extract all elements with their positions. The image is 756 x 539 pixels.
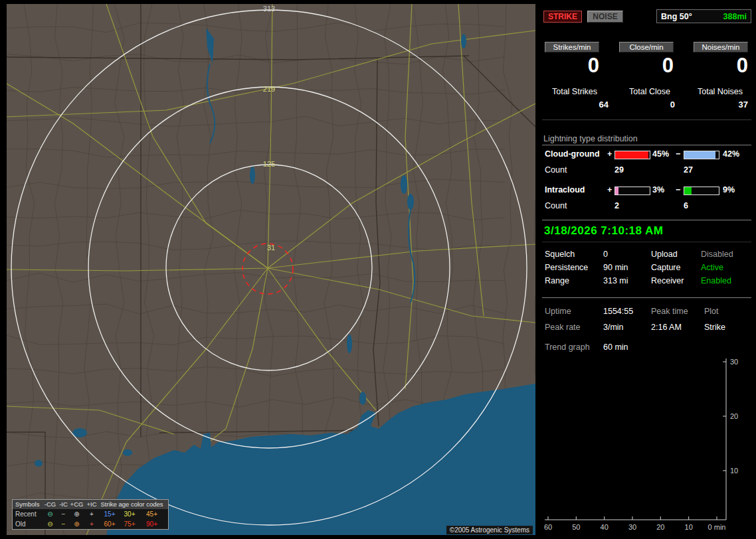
legend-age-header: Strike age color codes — [100, 500, 164, 509]
peak-rate-value: 3/min — [603, 323, 624, 333]
cg-minus-bar — [684, 151, 719, 159]
plot-value: Strike — [704, 323, 725, 333]
legend-symbols-header: Symbols — [13, 500, 43, 509]
range-value: 388mi — [723, 12, 747, 21]
copyright-label: ©2005 Astrogenic Systems — [446, 526, 533, 534]
plus-sign: + — [607, 185, 612, 195]
pos-cg-old-icon: ⊕ — [70, 519, 84, 529]
bearing-value: Bng 50° — [661, 12, 692, 21]
x-label-10: 10 — [685, 523, 693, 531]
capture-label: Capture — [651, 263, 680, 273]
y-label-30: 30 — [730, 358, 738, 366]
upload-label: Upload — [651, 250, 678, 260]
cg-count-label: Count — [545, 165, 567, 175]
total-strikes-value: 64 — [545, 100, 609, 110]
minus-sign: − — [676, 149, 680, 159]
x-label-30: 30 — [628, 523, 636, 531]
cg-minus-pct: 42% — [723, 149, 739, 159]
legend-recent-label: Recent — [13, 509, 43, 519]
ic-minus-bar — [684, 187, 719, 195]
cg-minus-count: 27 — [684, 165, 693, 175]
minus-sign: − — [676, 185, 680, 195]
trend-window-value: 60 min — [603, 343, 628, 352]
total-close-label: Total Close — [614, 87, 686, 96]
close-per-min-box[interactable]: Close/min — [619, 42, 674, 52]
trend-graph-label: Trend graph — [545, 343, 590, 352]
cg-plus-pct: 45% — [652, 149, 669, 159]
neg-ic-old-icon: − — [57, 519, 70, 529]
divider — [542, 297, 751, 298]
receiver-label: Receiver — [651, 276, 684, 286]
upload-status: Disabled — [701, 250, 733, 260]
uptime-value: 1554:55 — [603, 307, 633, 317]
legend-col-pos-cg: +CG — [70, 500, 84, 509]
ic-plus-bar — [614, 187, 650, 195]
x-label-50: 50 — [572, 523, 580, 531]
bearing-range-display: Bng 50° 388mi — [656, 9, 751, 23]
uptime-label: Uptime — [545, 307, 571, 317]
total-strikes-label: Total Strikes — [539, 87, 611, 96]
trend-graph: 30 20 10 60 50 40 30 20 10 0 min — [537, 358, 756, 539]
strike-symbol-legend: Symbols -CG -IC +CG +IC Strike age color… — [12, 499, 169, 530]
divider — [542, 242, 751, 242]
plus-sign: + — [607, 149, 612, 159]
distribution-header: Lightning type distribution — [543, 134, 638, 144]
ic-minus-count: 6 — [684, 201, 688, 211]
capture-status: Active — [701, 263, 723, 273]
pos-ic-recent-icon: + — [84, 509, 100, 519]
divider — [542, 220, 751, 220]
ring-label-219: 219 — [263, 85, 275, 93]
persistence-label: Persistence — [545, 263, 588, 273]
intracloud-label: Intracloud — [545, 185, 585, 195]
squelch-label: Squelch — [545, 250, 575, 260]
noise-mode-button[interactable]: NOISE — [587, 11, 623, 23]
ic-minus-pct: 9% — [723, 185, 735, 195]
legend-col-neg-ic: -IC — [57, 500, 70, 509]
legend-col-pos-ic: +IC — [84, 500, 100, 509]
x-label-60: 60 — [544, 523, 552, 531]
ic-plus-pct: 3% — [652, 185, 664, 195]
x-ticks — [548, 516, 717, 520]
peak-rate-label: Peak rate — [545, 323, 581, 333]
neg-ic-recent-icon: − — [57, 509, 70, 519]
total-noises-label: Total Noises — [684, 87, 756, 96]
y-ticks — [723, 362, 726, 471]
peak-time-value: 2:16 AM — [651, 323, 682, 333]
legend-row-old: Old ⊖ − ⊕ + 60+ 75+ 90+ — [13, 519, 168, 529]
range-label: Range — [545, 276, 569, 286]
divider — [542, 119, 751, 120]
persistence-value: 90 min — [603, 263, 628, 273]
datetime-display: 3/18/2026 7:10:18 AM — [544, 224, 663, 238]
lightning-map[interactable]: 313 219 125 31 Symbols -CG -IC +CG +IC S… — [7, 4, 535, 535]
noises-per-min-value: 0 — [694, 54, 748, 77]
ring-label-313: 313 — [263, 5, 275, 13]
peak-time-label: Peak time — [651, 307, 688, 317]
x-label-20: 20 — [656, 523, 664, 531]
age-30-label: 30+ — [120, 509, 140, 519]
age-45-label: 45+ — [140, 509, 164, 519]
map-canvas: 313 219 125 31 — [7, 4, 535, 535]
y-label-20: 20 — [730, 412, 738, 420]
plot-label: Plot — [704, 307, 719, 317]
squelch-value: 0 — [603, 250, 608, 260]
strikes-per-min-value: 0 — [545, 54, 599, 77]
range-setting-value: 313 mi — [603, 276, 628, 286]
noises-per-min-box[interactable]: Noises/min — [694, 42, 748, 52]
pos-ic-old-icon: + — [84, 519, 100, 529]
ring-label-125: 125 — [263, 160, 275, 168]
cloud-ground-label: Cloud-ground — [545, 149, 600, 159]
cg-plus-count: 29 — [614, 165, 624, 175]
ic-plus-count: 2 — [614, 201, 619, 211]
legend-header: Symbols -CG -IC +CG +IC Strike age color… — [13, 500, 168, 509]
age-75-label: 75+ — [120, 519, 140, 529]
strike-mode-button[interactable]: STRIKE — [543, 11, 582, 23]
y-label-10: 10 — [730, 467, 738, 475]
ic-count-label: Count — [545, 201, 567, 211]
divider — [542, 145, 751, 145]
total-noises-value: 37 — [684, 100, 748, 110]
x-label-0-min: 0 min — [708, 523, 726, 531]
neg-cg-old-icon: ⊖ — [43, 519, 57, 529]
legend-col-neg-cg: -CG — [43, 500, 57, 509]
strikes-per-min-box[interactable]: Strikes/min — [545, 42, 599, 52]
legend-row-recent: Recent ⊖ − ⊕ + 15+ 30+ 45+ — [13, 509, 168, 519]
